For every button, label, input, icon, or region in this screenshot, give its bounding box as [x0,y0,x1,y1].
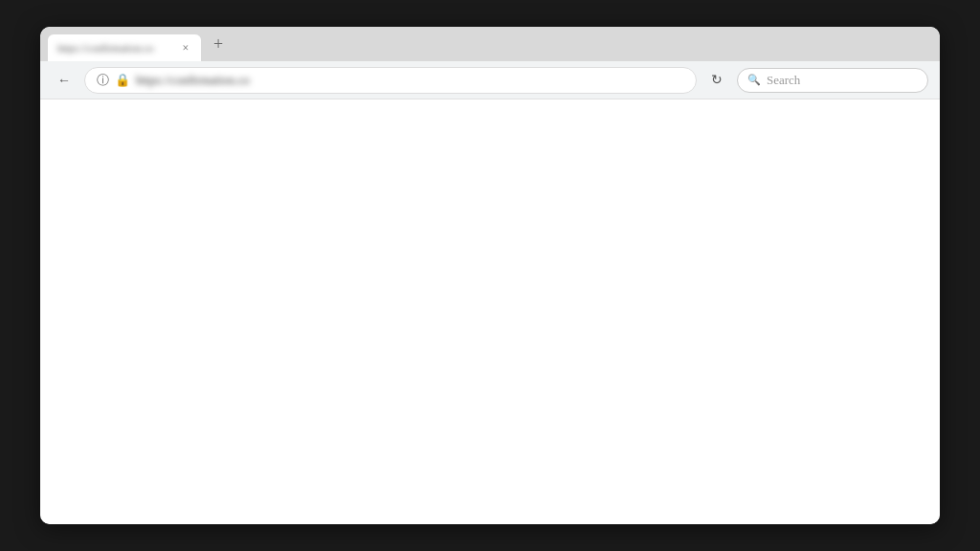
new-tab-button[interactable]: + [205,31,232,57]
tab-area: https://confirmation.co × + [48,27,932,61]
tab-title: https://confirmation.co [57,42,172,54]
search-icon: 🔍 [747,74,761,86]
address-bar: ← ⓘ 🔒 https://confirmation.co ↻ 🔍 Search [40,61,940,99]
title-bar: https://confirmation.co × + [40,27,940,61]
page-content [40,99,940,524]
url-text: https://confirmation.co [136,73,250,88]
back-button[interactable]: ← [52,68,77,93]
browser-window: https://confirmation.co × + ← ⓘ 🔒 https:… [40,27,940,524]
refresh-button[interactable]: ↻ [704,68,729,93]
search-bar[interactable]: 🔍 Search [737,68,928,93]
tab-close-button[interactable]: × [178,40,193,55]
info-icon[interactable]: ⓘ [97,72,109,89]
lock-icon: 🔒 [115,73,130,88]
active-tab[interactable]: https://confirmation.co × [48,34,201,61]
url-field[interactable]: ⓘ 🔒 https://confirmation.co [84,67,697,94]
search-placeholder: Search [767,73,800,88]
